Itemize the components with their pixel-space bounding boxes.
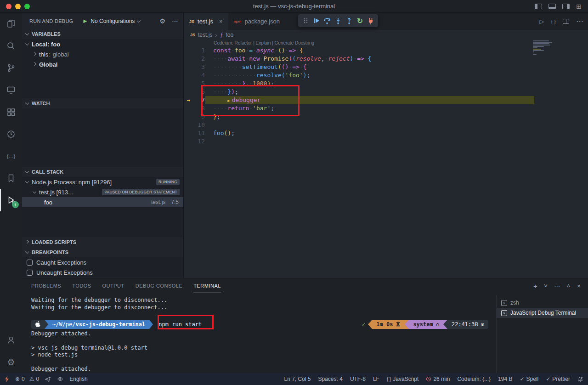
glyph-margin[interactable] [184, 113, 193, 121]
tab-debug-console[interactable]: DEBUG CONSOLE [136, 278, 182, 293]
glyph-margin[interactable] [184, 71, 193, 79]
section-watch-header[interactable]: WATCH [22, 98, 183, 108]
split-editor-icon[interactable] [563, 19, 569, 24]
breadcrumb-symbol[interactable]: foo [226, 32, 233, 38]
bookmarks-icon[interactable] [0, 167, 22, 189]
glyph-margin[interactable] [184, 63, 193, 71]
breakpoint-uncaught-exceptions-row[interactable]: Uncaught Exceptions [22, 267, 183, 277]
codelens[interactable]: Codeium: Refactor | Explain | Generate D… [184, 40, 588, 46]
code-text[interactable]: ············resolve('foo'); [205, 71, 310, 79]
restart-icon[interactable]: ↻ [355, 16, 365, 26]
code-line-1[interactable]: 1const·foo·=·async·()·=>·{ [184, 46, 588, 55]
code-text[interactable]: ····}); [205, 88, 238, 96]
prettier-status[interactable]: ✓ Prettier [546, 376, 570, 382]
code-line-6[interactable]: 6····}); [184, 88, 588, 96]
eol-sequence[interactable]: LF [373, 376, 379, 382]
glyph-margin[interactable] [184, 88, 193, 96]
variable-this-row[interactable]: this: global [22, 49, 183, 59]
network-usage[interactable]: 194 B [498, 376, 512, 382]
tab-terminal[interactable]: TERMINAL [193, 278, 221, 293]
code-line-5[interactable]: 5········},·1000); [184, 79, 588, 88]
run-file-icon[interactable]: ▷ [540, 18, 544, 25]
extensions-icon[interactable] [0, 101, 22, 123]
code-text[interactable]: ········setTimeout(()·=>·{ [205, 63, 307, 71]
sidebar-more-actions-icon[interactable]: ⋯ [172, 17, 179, 25]
code-text[interactable]: ····await·new·Promise((resolve,·reject)·… [205, 55, 371, 63]
new-terminal-icon[interactable]: + [533, 282, 537, 290]
section-loaded-scripts-header[interactable]: LOADED SCRIPTS [22, 237, 183, 247]
glyph-margin[interactable] [184, 104, 193, 113]
code-line-3[interactable]: 3········setTimeout(()·=>·{ [184, 63, 588, 71]
start-debugging-button[interactable]: ▶ [84, 18, 87, 23]
account-icon[interactable] [0, 329, 22, 351]
code-text[interactable]: }; [205, 113, 220, 121]
call-stack-session-row[interactable]: Node.js Process: npm [91296] RUNNING [22, 177, 183, 187]
code-text[interactable]: const·foo·=·async·()·=>·{ [205, 46, 303, 55]
breakpoint-caught-exceptions-row[interactable]: Caught Exceptions [22, 257, 183, 267]
code-line-8[interactable]: 8····return·'bar'; [184, 104, 588, 113]
debug-config-dropdown[interactable]: No Configurations [90, 18, 143, 24]
code-line-4[interactable]: 4············resolve('foo'); [184, 71, 588, 79]
errors-indicator[interactable]: ⊗ 0 ⚠ 0 [15, 376, 39, 382]
glyph-margin[interactable] [184, 55, 193, 63]
remote-explorer-icon[interactable] [0, 79, 22, 101]
terminal-instance-zsh[interactable]: > zsh [497, 298, 588, 308]
code-text[interactable]: ········},·1000); [205, 79, 274, 88]
braces-icon[interactable]: { } [551, 19, 556, 24]
panel-more-actions-icon[interactable]: ⋯ [554, 283, 560, 289]
editor-more-actions-icon[interactable]: ⋯ [576, 17, 583, 26]
cursor-position[interactable]: Ln 7, Col 5 [284, 376, 311, 382]
terminal-dropdown-icon[interactable]: ˅ [544, 283, 548, 289]
terminal-command[interactable]: npm run start [158, 321, 202, 328]
toggle-secondary-sidebar-icon[interactable] [562, 4, 570, 9]
zoom-window-button[interactable] [24, 4, 30, 9]
tab-test-js[interactable]: JS test.js × [184, 13, 228, 30]
breadcrumb-file[interactable]: test.js [198, 32, 212, 38]
section-call-stack-header[interactable]: CALL STACK [22, 167, 183, 177]
call-stack-session-row[interactable]: test.js [913… PAUSED ON DEBUGGER STATEME… [22, 187, 183, 197]
step-over-icon[interactable] [322, 16, 332, 26]
section-breakpoints-header[interactable]: BREAKPOINTS [22, 247, 183, 257]
language-mode[interactable]: { } JavaScript [387, 376, 419, 382]
checkbox-unchecked[interactable] [27, 260, 33, 266]
code-line-10[interactable]: 10 [184, 121, 588, 129]
explorer-icon[interactable] [0, 13, 22, 35]
close-tab-icon[interactable]: × [219, 18, 223, 25]
code-line-12[interactable]: 12 [184, 137, 588, 146]
codeium-status[interactable]: Codeium: {...} [457, 376, 491, 382]
glyph-margin[interactable] [184, 121, 193, 129]
time-tracker[interactable]: 26 min [426, 376, 450, 382]
tab-package-json[interactable]: npm package.json [228, 13, 286, 30]
encoding[interactable]: UTF-8 [350, 376, 366, 382]
code-text[interactable]: foo(); [205, 129, 235, 137]
tab-todos[interactable]: TODOS [72, 278, 91, 293]
glyph-margin[interactable] [184, 137, 193, 146]
code-text[interactable] [205, 137, 213, 146]
source-control-icon[interactable] [0, 57, 22, 79]
section-variables-header[interactable]: VARIABLES [22, 29, 183, 39]
disconnect-icon[interactable] [366, 16, 376, 26]
remote-indicator-icon[interactable] [5, 376, 9, 382]
settings-gear-icon[interactable]: ⚙ [0, 351, 22, 373]
launcher-icon[interactable] [45, 376, 51, 382]
code-line-7[interactable]: →7····▶debugger [184, 96, 588, 104]
code-line-11[interactable]: 11foo(); [184, 129, 588, 137]
close-window-button[interactable] [6, 4, 11, 9]
code-text[interactable]: ····return·'bar'; [205, 104, 274, 113]
code-line-9[interactable]: 9}; [184, 113, 588, 121]
code-text[interactable]: ····▶debugger [205, 96, 260, 104]
close-panel-icon[interactable]: × [577, 283, 581, 289]
debug-gear-icon[interactable]: ⚙ [159, 17, 165, 25]
code-editor[interactable]: Codeium: Refactor | Explain | Generate D… [184, 40, 588, 146]
run-and-debug-icon[interactable]: 1 [0, 189, 22, 211]
spell-language-label[interactable]: English [69, 376, 87, 382]
drag-handle-icon[interactable] [300, 16, 311, 26]
glyph-margin[interactable] [184, 129, 193, 137]
notifications-bell-icon[interactable] [577, 376, 583, 382]
continue-icon[interactable] [311, 16, 322, 26]
minimap[interactable] [533, 40, 554, 57]
glyph-margin[interactable] [184, 46, 193, 55]
spell-checker-status[interactable]: ✓ Spell [520, 376, 539, 382]
search-icon[interactable] [0, 35, 22, 57]
variables-scope-row[interactable]: Local: foo [22, 39, 183, 49]
